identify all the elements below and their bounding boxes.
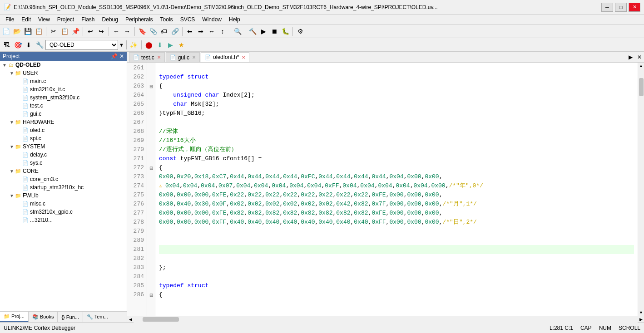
tree-item-gui-c[interactable]: 📄gui.c bbox=[0, 110, 127, 118]
tree-item-fwlib[interactable]: ▼📁FWLib bbox=[0, 191, 127, 200]
tab-scroll-right-button[interactable]: ▶ bbox=[626, 52, 635, 62]
hscroll-left-button[interactable]: ◀ bbox=[127, 316, 134, 323]
menu-item-help[interactable]: Help bbox=[225, 15, 244, 24]
menu-item-peripherals[interactable]: Peripherals bbox=[122, 15, 157, 24]
project-tree[interactable]: ▼🗂QD-OLED▼📁USER📄main.c📄stm32f10x_it.c📄sy… bbox=[0, 61, 127, 311]
code-content[interactable]: typedef struct{ unsigned char Index[2]; … bbox=[155, 63, 638, 316]
proj-tab-books[interactable]: 📚 Books bbox=[29, 312, 58, 322]
tree-item-core[interactable]: ▼📁CORE bbox=[0, 167, 127, 175]
close-button[interactable]: ✕ bbox=[629, 3, 640, 12]
panel-close-button[interactable]: ✕ bbox=[119, 53, 124, 59]
tree-item-user[interactable]: ▼📁USER bbox=[0, 69, 127, 77]
save-button[interactable]: 💾 bbox=[23, 26, 33, 36]
tree-item-qd-oled[interactable]: ▼🗂QD-OLED bbox=[0, 61, 127, 69]
menu-item-flash[interactable]: Flash bbox=[78, 15, 98, 24]
unindent-button[interactable]: ➡ bbox=[196, 26, 206, 36]
tree-item-main-c[interactable]: 📄main.c bbox=[0, 77, 127, 85]
editor-hscroll[interactable]: ◀ ▶ bbox=[127, 316, 644, 322]
editor-scrollbar[interactable]: ▲ ▼ bbox=[638, 63, 644, 316]
redo-button[interactable]: ↪ bbox=[96, 26, 106, 36]
indent3-button[interactable]: ↕ bbox=[218, 26, 228, 36]
expand-icon-core[interactable]: ▼ bbox=[9, 169, 15, 174]
scroll-down-button[interactable]: ▼ bbox=[638, 309, 644, 316]
stop-button[interactable]: ⏹ bbox=[269, 26, 279, 36]
tree-item-startup[interactable]: 📄startup_stm32f10x_hc bbox=[0, 183, 127, 191]
tree-item-stm32f10x-it[interactable]: 📄stm32f10x_it.c bbox=[0, 85, 127, 93]
tree-item-hardware[interactable]: ▼📁HARDWARE bbox=[0, 118, 127, 126]
find-button[interactable]: 🔍 bbox=[233, 26, 243, 36]
proj-tab-project[interactable]: 📁 Proj... bbox=[0, 312, 29, 322]
settings-button[interactable]: ⚙ bbox=[295, 26, 305, 36]
new-file-button[interactable]: 📄 bbox=[1, 26, 11, 36]
nav-fwd-button[interactable]: → bbox=[122, 26, 132, 36]
tree-item-delay-c[interactable]: 📄delay.c bbox=[0, 151, 127, 159]
tree-item-more[interactable]: 📄...32f10... bbox=[0, 216, 127, 224]
menu-item-file[interactable]: File bbox=[2, 15, 18, 24]
menu-item-project[interactable]: Project bbox=[54, 15, 78, 24]
hscroll-track[interactable] bbox=[134, 316, 638, 323]
indent2-button[interactable]: ↔ bbox=[207, 26, 217, 36]
green-button[interactable]: ▶ bbox=[166, 40, 176, 50]
scroll-up-button[interactable]: ▲ bbox=[638, 63, 644, 69]
cut-button[interactable]: ✂ bbox=[49, 26, 59, 36]
menu-item-window[interactable]: Window bbox=[198, 15, 225, 24]
menu-item-svcs[interactable]: SVCS bbox=[177, 15, 199, 24]
config-button[interactable]: 🔧 bbox=[35, 40, 45, 50]
open-button[interactable]: 📂 bbox=[12, 26, 22, 36]
magic-wand-button[interactable]: ✨ bbox=[129, 40, 139, 50]
scroll-track[interactable] bbox=[638, 69, 644, 309]
build-button[interactable]: 🔨 bbox=[248, 26, 258, 36]
gutter-item-263[interactable]: ⊟ bbox=[147, 82, 155, 91]
tree-item-core-cm3[interactable]: 📄core_cm3.c bbox=[0, 175, 127, 183]
tree-item-system-stm32[interactable]: 📄system_stm32f10x.c bbox=[0, 93, 127, 102]
copy-button[interactable]: 📋 bbox=[59, 26, 69, 36]
menu-item-debug[interactable]: Debug bbox=[99, 15, 122, 24]
run-button[interactable]: ▶ bbox=[258, 26, 268, 36]
editor-tab-oledfont-h[interactable]: 📄oledfont.h*✕ bbox=[201, 52, 249, 62]
tree-item-test-c[interactable]: 📄test.c bbox=[0, 102, 127, 110]
gutter-item-272[interactable]: ⊟ bbox=[147, 163, 155, 172]
red-dot-button[interactable]: ⬤ bbox=[144, 40, 154, 50]
target-button[interactable]: 🎯 bbox=[13, 40, 23, 50]
editor-tab-gui-c[interactable]: 📄gui.c✕ bbox=[166, 52, 200, 62]
nav-back-button[interactable]: ← bbox=[111, 26, 121, 36]
expand-icon-system[interactable]: ▼ bbox=[9, 144, 15, 149]
expand-icon-user[interactable]: ▼ bbox=[9, 71, 15, 76]
tree-item-sys-c[interactable]: 📄sys.c bbox=[0, 159, 127, 167]
editor-tab-test-c[interactable]: 📄test.c✕ bbox=[129, 52, 165, 62]
gutter-item-286[interactable]: ⊟ bbox=[147, 290, 155, 299]
tree-item-misc-c[interactable]: 📄misc.c bbox=[0, 200, 127, 208]
expand-icon-qd-oled[interactable]: ▼ bbox=[2, 63, 7, 68]
menu-item-view[interactable]: View bbox=[35, 15, 54, 24]
tab-close-test-c[interactable]: ✕ bbox=[157, 55, 161, 60]
hscroll-right-button[interactable]: ▶ bbox=[638, 316, 644, 323]
tree-item-stm32f10x-gpio[interactable]: 📄stm32f10x_gpio.c bbox=[0, 208, 127, 216]
save-all-button[interactable]: 📋 bbox=[34, 26, 44, 36]
expand-icon-hardware[interactable]: ▼ bbox=[9, 120, 15, 125]
bookmark3-button[interactable]: 🏷 bbox=[159, 26, 169, 36]
proj-tab-functions[interactable]: {} Fun... bbox=[58, 312, 83, 322]
tree-item-system[interactable]: ▼📁SYSTEM bbox=[0, 142, 127, 151]
undo-button[interactable]: ↩ bbox=[85, 26, 95, 36]
debug-button[interactable]: 🐛 bbox=[280, 26, 290, 36]
project-selector[interactable]: QD-OLED bbox=[45, 40, 118, 50]
tab-close-all-button[interactable]: ✕ bbox=[635, 52, 644, 62]
tree-item-oled-c[interactable]: 📄oled.c bbox=[0, 126, 127, 134]
tab-close-oledfont-h[interactable]: ✕ bbox=[242, 55, 245, 60]
download-button[interactable]: ⬇ bbox=[24, 40, 34, 50]
minimize-button[interactable]: ─ bbox=[601, 3, 613, 12]
proj-tab-templates[interactable]: 🔧 Tem... bbox=[83, 312, 112, 322]
tab-close-gui-c[interactable]: ✕ bbox=[192, 55, 196, 60]
bookmark2-button[interactable]: 📎 bbox=[148, 26, 158, 36]
bookmark4-button[interactable]: 🔗 bbox=[170, 26, 180, 36]
maximize-button[interactable]: □ bbox=[615, 3, 627, 12]
tree-item-spi-c[interactable]: 📄spi.c bbox=[0, 134, 127, 142]
indent-button[interactable]: ⬅ bbox=[185, 26, 195, 36]
download2-button[interactable]: ⬇ bbox=[155, 40, 165, 50]
menu-item-edit[interactable]: Edit bbox=[18, 15, 35, 24]
dropdown-arrow[interactable]: ▼ bbox=[119, 42, 124, 48]
build2-button[interactable]: 🏗 bbox=[2, 40, 12, 50]
hscroll-thumb[interactable] bbox=[143, 317, 179, 322]
menu-item-tools[interactable]: Tools bbox=[157, 15, 177, 24]
bookmark-button[interactable]: 🔖 bbox=[137, 26, 147, 36]
